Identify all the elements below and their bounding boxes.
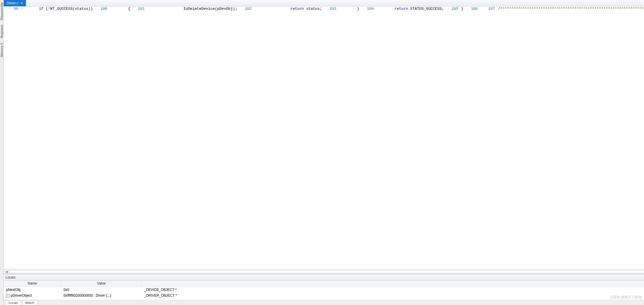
close-icon[interactable]: × bbox=[21, 1, 23, 5]
source-code[interactable]: 99 if (!NT_SUCCESS(status))100 {101 IoDe… bbox=[4, 6, 644, 269]
left-sidebar: Disassembly Registers Memory 0 bbox=[0, 0, 4, 305]
locals-col-value[interactable]: Value bbox=[61, 281, 142, 287]
source-header: Driver.c × ▾ bbox=[4, 0, 644, 6]
source-tab-label: Driver.c bbox=[7, 1, 18, 5]
locals-row[interactable]: +pDriverObject0xfffff80200000000 : Drive… bbox=[4, 293, 644, 298]
expand-icon[interactable]: + bbox=[6, 294, 9, 298]
locals-tabs: Locals Watch bbox=[4, 300, 644, 305]
locals-col-type[interactable]: Type bbox=[142, 281, 644, 287]
scroll-left-icon[interactable]: ◀ bbox=[4, 270, 9, 273]
locals-row[interactable]: pNextObj0x0_DEVICE_OBJECT * bbox=[4, 287, 644, 293]
code-line[interactable]: 102 return status; bbox=[237, 6, 322, 11]
locals-header: Locals ▾ 📌 × bbox=[4, 274, 644, 281]
tab-locals[interactable]: Locals bbox=[5, 300, 21, 305]
locals-title: Locals bbox=[5, 275, 16, 279]
source-hscroll[interactable]: ◀ ▶ bbox=[4, 269, 644, 274]
locals-col-name[interactable]: Name bbox=[4, 281, 61, 287]
code-line[interactable]: 107/************************************… bbox=[481, 6, 644, 11]
code-line[interactable]: 104 return STATUS_SUCCESS; bbox=[359, 6, 444, 11]
code-line[interactable]: 100 { bbox=[93, 6, 130, 11]
sidebar-tab-memory[interactable]: Memory 0 bbox=[0, 42, 3, 58]
source-pane: Driver.c × ▾ 99 if (!NT_SUCCESS(status))… bbox=[4, 0, 644, 274]
code-line[interactable]: 99 if (!NT_SUCCESS(status)) bbox=[4, 6, 93, 11]
code-line[interactable]: 101 IoDeleteDevice(pDevObj); bbox=[130, 6, 237, 11]
source-tab-driver[interactable]: Driver.c × bbox=[4, 0, 26, 6]
code-line[interactable]: 103 } bbox=[322, 6, 359, 11]
locals-columns: Name Value Type bbox=[4, 281, 644, 287]
code-line[interactable]: 106 bbox=[463, 6, 481, 11]
locals-body[interactable]: pNextObj0x0_DEVICE_OBJECT *+pDriverObjec… bbox=[4, 287, 644, 300]
sidebar-tab-disassembly[interactable]: Disassembly bbox=[0, 1, 3, 21]
sidebar-tab-registers[interactable]: Registers bbox=[0, 24, 3, 39]
tab-watch[interactable]: Watch bbox=[22, 300, 37, 305]
code-line[interactable]: 105} bbox=[444, 6, 463, 11]
locals-pane: Locals ▾ 📌 × Name Value Type pNextObj0x0… bbox=[4, 274, 644, 305]
